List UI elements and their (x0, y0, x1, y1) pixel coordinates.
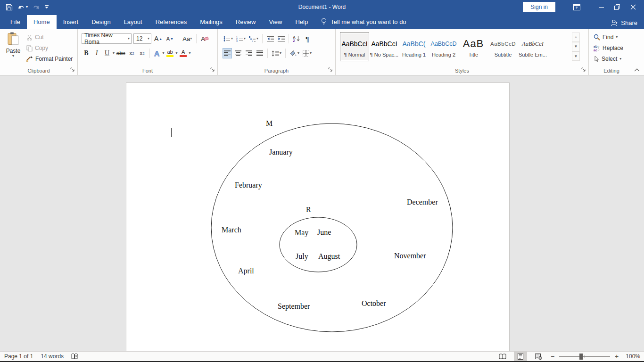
paste-button[interactable]: Paste ▾ (3, 32, 24, 66)
increase-indent-button[interactable] (276, 33, 286, 44)
tab-mailings[interactable]: Mailings (193, 15, 229, 29)
highlight-color-button[interactable]: ab (165, 48, 175, 58)
page-number-status[interactable]: Page 1 of 1 (4, 353, 33, 360)
numbering-button[interactable]: 123 ▾ (235, 33, 247, 44)
tell-me-box[interactable]: Tell me what you want to do (314, 18, 406, 29)
document-page[interactable]: MJanuaryFebruaryMarchAprilSeptemberOctob… (126, 82, 510, 351)
styles-scroll-down-icon[interactable]: ▼ (572, 42, 580, 51)
bullets-button[interactable]: ▾ (223, 33, 234, 44)
style-heading-1[interactable]: AaBbC(Heading 1 (400, 33, 428, 61)
style-title[interactable]: AaBTitle (459, 33, 487, 61)
zoom-level[interactable]: 100% (624, 353, 640, 360)
superscript-button[interactable]: x2 (138, 48, 147, 58)
font-family-combobox[interactable]: Times New Roma▾ (82, 33, 132, 44)
subscript-button[interactable]: x2 (127, 48, 137, 58)
style-subtle-em[interactable]: AaBbCcISubtle Em... (519, 33, 547, 61)
style-sample: AaBbCcD (431, 36, 457, 52)
customize-qat-icon[interactable] (44, 5, 49, 9)
align-center-button[interactable] (233, 48, 243, 58)
tab-layout[interactable]: Layout (117, 15, 149, 29)
outer-circle[interactable] (211, 123, 453, 332)
align-right-button[interactable] (244, 48, 254, 58)
shrink-font-button[interactable]: A▼ (165, 33, 174, 44)
print-layout-view-icon[interactable] (514, 352, 527, 361)
grow-font-button[interactable]: A▲ (153, 33, 163, 44)
style-heading-2[interactable]: AaBbCcDHeading 2 (429, 33, 458, 61)
change-case-button[interactable]: Aa▾ (182, 33, 193, 44)
tab-review[interactable]: Review (229, 15, 263, 29)
styles-dialog-launcher[interactable] (581, 67, 587, 73)
justify-button[interactable] (255, 48, 264, 58)
tab-insert[interactable]: Insert (57, 15, 85, 29)
style-name: Subtitle (495, 52, 512, 58)
show-hide-pilcrow-button[interactable]: ¶ (303, 33, 312, 44)
sort-button[interactable]: AZ (292, 33, 301, 44)
bold-button[interactable]: B (82, 48, 91, 58)
zoom-in-button[interactable]: + (614, 353, 619, 360)
italic-button[interactable]: I (92, 48, 101, 58)
tab-design[interactable]: Design (85, 15, 117, 29)
style-subtitle[interactable]: AaBbCcDSubtitle (489, 33, 517, 61)
tab-view[interactable]: View (262, 15, 289, 29)
format-painter-button[interactable]: Format Painter (26, 55, 73, 63)
font-color-chevron-icon[interactable]: ▾ (189, 51, 191, 55)
tab-references[interactable]: References (149, 15, 193, 29)
select-button[interactable]: Select ▾ (594, 55, 623, 63)
sign-in-button[interactable]: Sign in (523, 2, 555, 12)
styles-more-icon[interactable]: ▼ (572, 51, 580, 61)
select-label: Select (602, 56, 617, 62)
zoom-slider-handle[interactable] (579, 354, 583, 360)
borders-button[interactable]: ▾ (302, 48, 313, 58)
inner-ellipse[interactable] (280, 217, 357, 272)
styles-scroll: ▲ ▼ ▼ (572, 33, 580, 61)
tab-help[interactable]: Help (289, 15, 314, 29)
shading-button[interactable]: ▾ (289, 48, 300, 58)
multilevel-list-button[interactable]: ▾ (248, 33, 259, 44)
close-button[interactable] (625, 0, 641, 14)
ribbon-display-options-icon[interactable] (569, 0, 585, 14)
proofing-status-icon[interactable] (71, 353, 78, 360)
strikethrough-button[interactable]: abe (116, 48, 126, 58)
svg-text:ab: ab (594, 45, 597, 48)
decrease-indent-button[interactable] (265, 33, 275, 44)
zoom-out-button[interactable]: − (550, 353, 555, 360)
word-count-status[interactable]: 14 words (41, 353, 64, 360)
read-mode-view-icon[interactable] (496, 352, 509, 361)
text-effects-button[interactable]: A (152, 48, 162, 58)
paragraph-group-label: Paragraph (218, 68, 335, 74)
paragraph-dialog-launcher[interactable] (328, 67, 334, 73)
font-dialog-launcher[interactable] (210, 67, 216, 73)
collapse-ribbon-icon[interactable] (634, 68, 640, 72)
replace-button[interactable]: abac Replace (594, 44, 623, 52)
align-left-button[interactable] (223, 48, 232, 58)
clear-formatting-button[interactable]: A (200, 33, 209, 44)
minimize-button[interactable] (593, 0, 609, 14)
chevron-down-icon: ▾ (297, 51, 299, 55)
font-size-combobox[interactable]: 12▾ (133, 33, 151, 44)
tab-home[interactable]: Home (27, 15, 57, 29)
styles-group: AaBbCcI¶ NormalAaBbCcI¶ No Spac...AaBbC(… (336, 29, 589, 75)
restore-button[interactable] (609, 0, 625, 14)
undo-button[interactable]: ▾ (17, 4, 28, 10)
share-button[interactable]: Share (611, 19, 637, 26)
web-layout-view-icon[interactable] (532, 352, 545, 361)
save-icon[interactable] (6, 4, 13, 11)
clipboard-dialog-launcher[interactable] (70, 67, 76, 73)
find-button[interactable]: Find ▾ (594, 33, 623, 41)
chevron-down-icon: ▾ (148, 37, 149, 41)
tab-file[interactable]: File (4, 15, 27, 29)
line-spacing-button[interactable]: ▾ (271, 48, 282, 58)
underline-button[interactable]: U (102, 48, 112, 58)
zoom-slider[interactable] (559, 353, 610, 360)
style-normal[interactable]: AaBbCcI¶ Normal (340, 33, 369, 61)
highlight-chevron-icon[interactable]: ▾ (176, 51, 178, 55)
undo-chevron-icon[interactable]: ▾ (26, 5, 28, 9)
format-painter-icon (26, 56, 33, 62)
highlight-swatch (166, 55, 173, 57)
font-color-button[interactable]: A (179, 48, 188, 58)
chevron-down-icon: ▾ (231, 37, 233, 41)
style-no-spac[interactable]: AaBbCcI¶ No Spac... (370, 33, 398, 61)
underline-chevron-icon[interactable]: ▾ (113, 51, 115, 55)
text-effects-chevron-icon[interactable]: ▾ (163, 51, 165, 55)
window-title: Document1 - Word (298, 4, 346, 10)
